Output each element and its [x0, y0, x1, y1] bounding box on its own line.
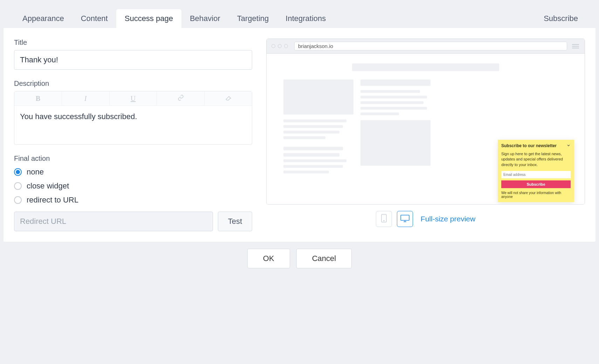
radio-icon [14, 182, 22, 190]
radio-close-widget[interactable]: close widget [14, 181, 252, 191]
radio-icon [14, 168, 22, 176]
final-action-label: Final action [14, 154, 252, 163]
redirect-row: Test [14, 212, 252, 231]
redirect-url-input[interactable] [14, 212, 213, 231]
link-button[interactable] [157, 91, 205, 105]
desktop-preview-button[interactable] [397, 211, 413, 227]
radio-redirect[interactable]: redirect to URL [14, 195, 252, 205]
cancel-button[interactable]: Cancel [296, 249, 352, 268]
eraser-icon [225, 95, 232, 103]
tab-behavior[interactable]: Behavior [181, 9, 229, 28]
mobile-preview-button[interactable] [376, 211, 392, 227]
title-input[interactable] [14, 50, 252, 70]
svg-rect-2 [401, 215, 409, 220]
desktop-icon [400, 214, 410, 224]
description-textarea[interactable]: You have successfully subscribed. [14, 106, 252, 144]
fullsize-preview-link[interactable]: Full-size preview [421, 215, 475, 223]
preview-widget: Subscribe to our newsletter Sign up here… [498, 140, 574, 202]
title-label: Title [14, 39, 252, 47]
widget-email-input[interactable] [501, 171, 571, 178]
tab-appearance[interactable]: Appearance [14, 9, 73, 28]
ok-button[interactable]: OK [247, 249, 290, 268]
widget-footnote: We will not share your information with … [501, 191, 571, 199]
description-label: Description [14, 80, 252, 88]
editor-toolbar: B I U [14, 91, 252, 106]
test-button[interactable]: Test [218, 212, 252, 231]
radio-icon [14, 196, 22, 204]
radio-none-label: none [27, 167, 44, 177]
form-column: Title Description B I U [14, 39, 252, 231]
footer: OK Cancel [4, 242, 595, 275]
tab-success-page[interactable]: Success page [116, 9, 181, 28]
tab-integrations[interactable]: Integrations [277, 9, 334, 28]
final-action-group: none close widget redirect to URL [14, 167, 252, 205]
tab-targeting[interactable]: Targeting [229, 9, 277, 28]
hamburger-icon [571, 43, 580, 49]
link-icon [178, 95, 184, 103]
underline-icon: U [131, 95, 136, 103]
svg-point-1 [384, 220, 384, 221]
bold-icon: B [36, 95, 40, 103]
preview-controls: Full-size preview [266, 211, 585, 227]
tab-bar: Appearance Content Success page Behavior… [4, 4, 595, 28]
preview-window: brianjackson.io [266, 39, 585, 205]
widget-body-text: Sign up here to get the latest news, upd… [501, 151, 571, 167]
widget-header: Subscribe to our newsletter [501, 143, 571, 149]
radio-close-widget-label: close widget [27, 181, 69, 191]
preview-browser-chrome: brianjackson.io [267, 39, 585, 54]
description-editor: B I U You have successfully subscribe [14, 91, 252, 145]
chevron-down-icon[interactable] [566, 143, 571, 149]
modal-container: Appearance Content Success page Behavior… [4, 4, 595, 275]
mobile-icon [381, 214, 387, 224]
main-panel: Title Description B I U [4, 28, 595, 242]
preview-url-bar: brianjackson.io [294, 42, 567, 50]
tab-content[interactable]: Content [73, 9, 116, 28]
radio-none[interactable]: none [14, 167, 252, 177]
preview-body: Subscribe to our newsletter Sign up here… [267, 54, 585, 204]
clear-format-button[interactable] [205, 91, 252, 105]
italic-button[interactable]: I [62, 91, 110, 105]
preview-column: brianjackson.io [266, 39, 585, 231]
widget-subscribe-button[interactable]: Subscribe [501, 180, 571, 188]
italic-icon: I [84, 95, 87, 103]
form-name-label: Subscribe [537, 9, 585, 28]
bold-button[interactable]: B [14, 91, 62, 105]
underline-button[interactable]: U [110, 91, 157, 105]
window-dots [271, 44, 288, 48]
radio-redirect-label: redirect to URL [27, 195, 78, 205]
widget-title: Subscribe to our newsletter [501, 143, 557, 148]
